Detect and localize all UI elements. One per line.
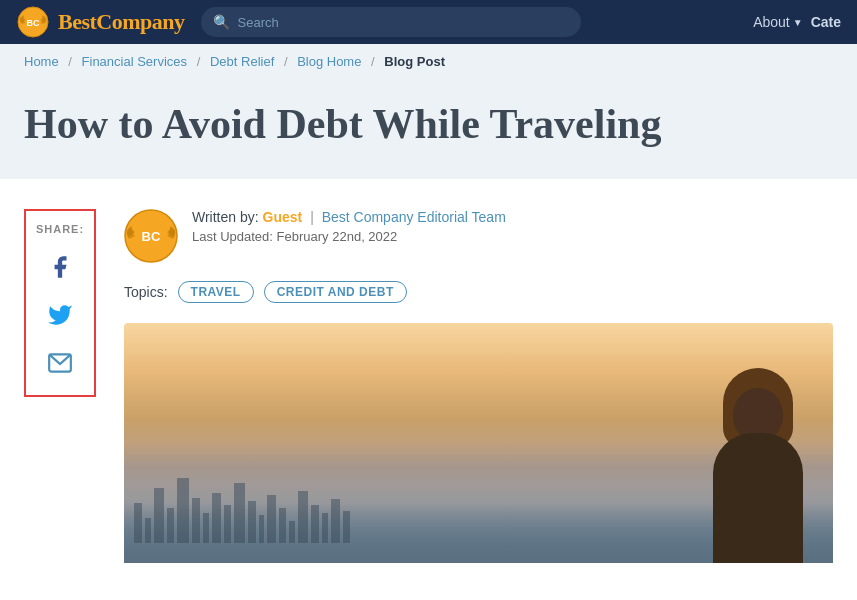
share-sidebar: SHARE: — [24, 209, 104, 563]
building — [322, 513, 328, 543]
author-avatar: BC — [124, 209, 178, 263]
topics-row: Topics: TRAVEL CREDIT AND DEBT — [124, 281, 833, 303]
about-link[interactable]: About ▼ — [753, 14, 803, 30]
breadcrumb-sep-1: / — [68, 54, 72, 69]
building — [177, 478, 189, 543]
building — [154, 488, 164, 543]
breadcrumb-financial-services[interactable]: Financial Services — [82, 54, 188, 69]
search-input[interactable] — [238, 15, 569, 30]
breadcrumb-home[interactable]: Home — [24, 54, 59, 69]
logo-text: BestCompany — [58, 9, 185, 35]
author-team-link[interactable]: Best Company Editorial Team — [322, 209, 506, 225]
last-updated: Last Updated: February 22nd, 2022 — [192, 229, 506, 244]
search-bar[interactable]: 🔍 — [201, 7, 581, 37]
building — [289, 521, 295, 543]
skyline-buildings — [124, 463, 703, 543]
building — [311, 505, 319, 543]
twitter-share-button[interactable] — [44, 299, 76, 331]
content-area: SHARE: — [0, 179, 857, 563]
topic-credit-debt-pill[interactable]: CREDIT AND DEBT — [264, 281, 407, 303]
hero-title-area: How to Avoid Debt While Traveling — [0, 79, 857, 179]
building — [167, 508, 174, 543]
author-row: BC Written by: Guest | Best Company Edit… — [124, 209, 833, 263]
building — [248, 501, 256, 543]
breadcrumb-sep-3: / — [284, 54, 288, 69]
breadcrumb-blog-home[interactable]: Blog Home — [297, 54, 361, 69]
author-name-link[interactable]: Guest — [263, 209, 303, 225]
author-pipe: | — [310, 209, 318, 225]
building — [212, 493, 221, 543]
building — [224, 505, 231, 543]
chevron-down-icon: ▼ — [793, 17, 803, 28]
building — [192, 498, 200, 543]
building — [298, 491, 308, 543]
topics-label: Topics: — [124, 284, 168, 300]
svg-text:BC: BC — [142, 229, 161, 244]
search-icon: 🔍 — [213, 14, 230, 30]
share-box: SHARE: — [24, 209, 96, 397]
building — [343, 511, 350, 543]
building — [279, 508, 286, 543]
breadcrumb-debt-relief[interactable]: Debt Relief — [210, 54, 274, 69]
nav-links: About ▼ Cate — [753, 14, 841, 30]
building — [203, 513, 209, 543]
author-written-line: Written by: Guest | Best Company Editori… — [192, 209, 506, 225]
breadcrumb-sep-4: / — [371, 54, 375, 69]
cate-link[interactable]: Cate — [811, 14, 841, 30]
page-title: How to Avoid Debt While Traveling — [24, 99, 833, 149]
building — [267, 495, 276, 543]
author-info: Written by: Guest | Best Company Editori… — [192, 209, 506, 244]
article-area: BC Written by: Guest | Best Company Edit… — [124, 209, 833, 563]
breadcrumb-sep-2: / — [197, 54, 201, 69]
svg-text:BC: BC — [27, 18, 40, 28]
building — [134, 503, 142, 543]
share-label: SHARE: — [36, 223, 84, 235]
building — [234, 483, 245, 543]
facebook-share-button[interactable] — [44, 251, 76, 283]
building — [145, 518, 151, 543]
topic-travel-pill[interactable]: TRAVEL — [178, 281, 254, 303]
navbar: BC BestCompany 🔍 About ▼ Cate — [0, 0, 857, 44]
person-silhouette — [693, 383, 803, 563]
logo-link[interactable]: BC BestCompany — [16, 5, 185, 39]
building — [259, 515, 264, 543]
hero-image — [124, 323, 833, 563]
building — [331, 499, 340, 543]
breadcrumb: Home / Financial Services / Debt Relief … — [0, 44, 857, 79]
breadcrumb-current: Blog Post — [384, 54, 445, 69]
logo-emblem-icon: BC — [16, 5, 50, 39]
email-share-button[interactable] — [44, 347, 76, 379]
